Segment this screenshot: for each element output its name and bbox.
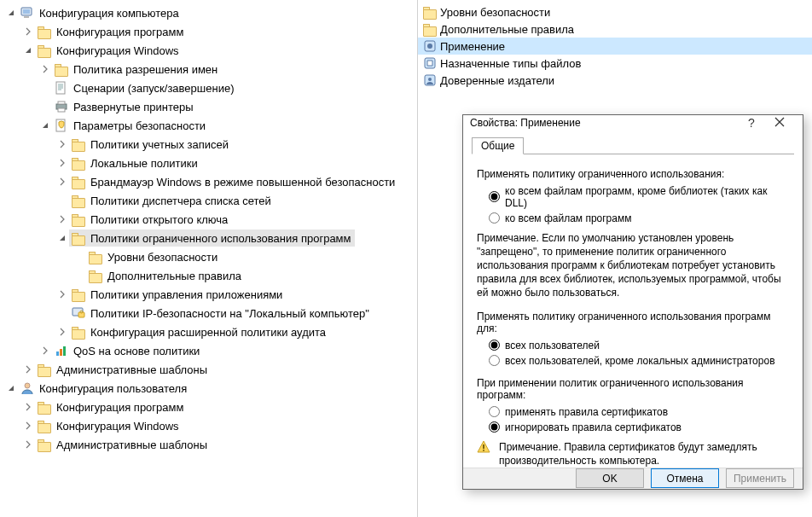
tree-item-label: Политика разрешения имен <box>72 62 219 77</box>
radio-all-files-input[interactable] <box>489 212 500 224</box>
ok-button[interactable]: OK <box>576 468 644 488</box>
tree-item[interactable]: Дополнительные правила <box>0 266 417 285</box>
list-item[interactable]: Назначенные типы файлов <box>418 55 812 72</box>
folder-icon <box>38 44 51 57</box>
chevron-right-icon[interactable] <box>22 26 34 38</box>
tree-item-label: Административные шаблоны <box>55 438 209 452</box>
tree-item[interactable]: Конфигурация расширенной политики аудита <box>0 322 417 341</box>
folder-icon <box>38 363 51 376</box>
group2-heading: Применять политику ограниченного использ… <box>477 311 789 334</box>
chevron-right-icon[interactable] <box>22 439 34 450</box>
tree-item[interactable]: Политики учетных записей <box>0 135 417 154</box>
tree-item[interactable]: Развернутые принтеры <box>0 97 417 116</box>
tree-item-label: QoS на основе политики <box>72 344 201 358</box>
chevron-down-icon[interactable] <box>39 119 51 131</box>
svg-rect-6 <box>58 108 65 112</box>
radio-all-except-dll-input[interactable] <box>489 191 500 202</box>
tree-item[interactable]: Политики открытого ключа <box>0 210 417 229</box>
tree-item[interactable]: Политика разрешения имен <box>0 60 417 78</box>
list-item[interactable]: Дополнительные правила <box>418 20 812 38</box>
chevron-down-icon[interactable] <box>5 382 17 394</box>
folder-icon <box>38 25 51 38</box>
radio-except-admins-input[interactable] <box>489 355 500 366</box>
radio-apply-cert[interactable]: применять правила сертификатов <box>477 404 789 420</box>
chevron-right-icon[interactable] <box>39 345 51 357</box>
folder-icon <box>55 62 68 76</box>
tree-item-label: Конфигурация пользователя <box>38 381 188 396</box>
chevron-right-icon[interactable] <box>22 401 34 413</box>
tree-item[interactable]: Политики IP-безопасности на "Локальный к… <box>0 304 417 322</box>
folder-icon <box>38 438 51 451</box>
close-button[interactable] <box>763 116 796 130</box>
chevron-right-icon[interactable] <box>22 420 34 432</box>
chevron-right-icon[interactable] <box>56 288 68 300</box>
chevron-right-icon[interactable] <box>56 326 68 338</box>
warning-icon <box>477 440 490 454</box>
chevron-down-icon[interactable] <box>22 44 34 56</box>
dialog-titlebar[interactable]: Свойства: Применение ? <box>463 115 803 131</box>
tree-item-label: Конфигурация Windows <box>55 44 181 58</box>
chevron-right-icon[interactable] <box>56 213 68 225</box>
list-item[interactable]: Применение <box>418 38 812 55</box>
cancel-button[interactable]: Отмена <box>651 468 719 488</box>
tree-item-label: Развернутые принтеры <box>72 100 195 114</box>
chevron-down-icon[interactable] <box>5 7 17 19</box>
tree-item[interactable]: Конфигурация Windows <box>0 41 417 60</box>
list-item[interactable]: Уровни безопасности <box>418 3 812 20</box>
radio-all-except-dll[interactable]: ко всем файлам программ, кроме библиотек… <box>477 183 789 211</box>
tree-item[interactable]: Политики управления приложениями <box>0 285 417 304</box>
folder-icon <box>72 288 85 301</box>
radio-ignore-cert[interactable]: игнорировать правила сертификатов <box>477 420 789 435</box>
tree-item[interactable]: Административные шаблоны <box>0 360 417 379</box>
chevron-right-icon[interactable] <box>22 363 34 375</box>
tree-item[interactable]: Конфигурация компьютера <box>0 3 417 22</box>
tree-view: Конфигурация компьютераКонфигурация прог… <box>0 0 418 517</box>
svg-rect-2 <box>24 16 29 18</box>
tree-item-label: Политики открытого ключа <box>89 212 229 227</box>
tree-item-label: Политики управления приложениями <box>89 288 284 302</box>
tree-item[interactable]: Конфигурация Windows <box>0 416 417 435</box>
tree-item[interactable]: Уровни безопасности <box>0 247 417 266</box>
tree-item[interactable]: Административные шаблоны <box>0 435 417 454</box>
radio-except-admins[interactable]: всех пользователей, кроме локальных адми… <box>477 353 789 369</box>
radio-all-users[interactable]: всех пользователей <box>477 338 789 353</box>
tree-item-label: Конфигурация программ <box>55 400 185 415</box>
svg-rect-21 <box>483 450 484 451</box>
chevron-down-icon[interactable] <box>56 232 68 244</box>
tree-item[interactable]: Брандмауэр Windows в режиме повышенной б… <box>0 172 417 191</box>
tree-item[interactable]: Политики диспетчера списка сетей <box>0 191 417 210</box>
apply-button[interactable]: Применить <box>726 468 794 488</box>
folder-icon <box>72 137 85 151</box>
tree-item[interactable]: Локальные политики <box>0 154 417 172</box>
radio-ignore-cert-input[interactable] <box>489 421 500 433</box>
tree-item[interactable]: Параметры безопасности <box>0 116 417 135</box>
chevron-right-icon[interactable] <box>56 138 68 150</box>
list-item[interactable]: Доверенные издатели <box>418 72 812 89</box>
chevron-right-icon[interactable] <box>39 63 51 75</box>
tree-item-label: Политики IP-безопасности на "Локальный к… <box>89 306 371 321</box>
publishers-icon <box>423 73 437 87</box>
folder-icon <box>72 156 85 170</box>
tree-item[interactable]: Конфигурация программ <box>0 22 417 41</box>
svg-point-19 <box>428 78 432 81</box>
radio-apply-cert-input[interactable] <box>489 406 500 417</box>
chevron-right-icon[interactable] <box>56 157 68 169</box>
radio-all-users-input[interactable] <box>489 340 500 351</box>
tree-item[interactable]: Политики ограниченного использования про… <box>0 229 417 247</box>
script-icon <box>55 81 68 95</box>
note-1: Примечание. Если по умолчанию установлен… <box>477 226 789 302</box>
tab-general[interactable]: Общие <box>472 137 524 154</box>
tree-item[interactable]: Конфигурация программ <box>0 398 417 416</box>
types-icon <box>423 56 437 70</box>
radio-all-files[interactable]: ко всем файлам программ <box>477 211 789 226</box>
tree-item[interactable]: Сценарии (запуск/завершение) <box>0 78 417 97</box>
tree-item[interactable]: Конфигурация пользователя <box>0 379 417 398</box>
folder-icon <box>72 175 85 189</box>
chevron-right-icon[interactable] <box>56 176 68 188</box>
tree-item-label: Конфигурация компьютера <box>38 6 181 20</box>
help-button[interactable]: ? <box>740 116 763 130</box>
folder-icon <box>72 231 85 245</box>
folder-icon <box>89 269 102 282</box>
user-icon <box>20 381 34 395</box>
tree-item[interactable]: QoS на основе политики <box>0 341 417 360</box>
